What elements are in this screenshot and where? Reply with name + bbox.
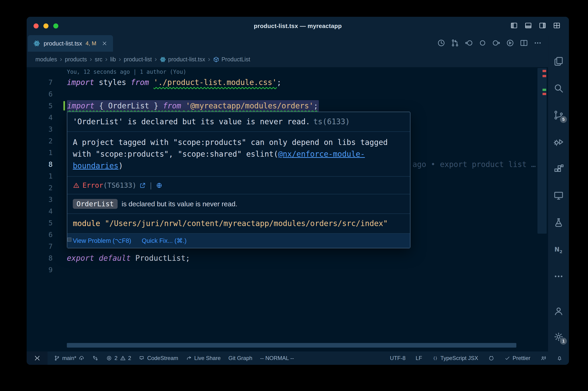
crumb-src[interactable]: src bbox=[95, 56, 102, 63]
toggle-panel[interactable] bbox=[524, 22, 532, 30]
code-line[interactable]: 7import styles from './product-list.modu… bbox=[27, 77, 548, 88]
blame-codelens[interactable]: You, 12 seconds ago | 1 author (You) bbox=[27, 67, 548, 77]
code-line[interactable]: 6 bbox=[27, 88, 548, 100]
line-number[interactable]: 8 bbox=[27, 159, 53, 170]
code-line[interactable]: 8export default ProductList; bbox=[27, 252, 548, 264]
breadcrumb-label: lib bbox=[110, 56, 116, 63]
line-number[interactable]: 5 bbox=[27, 100, 53, 112]
status-language[interactable]: {}TypeScript JSX bbox=[432, 355, 478, 361]
activity-search[interactable] bbox=[553, 83, 564, 94]
hover-footer: View Problem (⌥F8) Quick Fix... (⌘.) bbox=[67, 234, 410, 248]
quick-fix-link[interactable]: Quick Fix... (⌘.) bbox=[142, 237, 186, 244]
close-button[interactable] bbox=[34, 23, 39, 28]
toggle-secondary-sidebar[interactable] bbox=[539, 22, 546, 30]
line-number[interactable]: 9 bbox=[27, 264, 53, 276]
status-right-group: UTF-8LF{}TypeScript JSXPrettier bbox=[384, 355, 569, 361]
horizontal-scrollbar[interactable] bbox=[67, 343, 516, 348]
panel-icon bbox=[524, 22, 532, 29]
status-feedback[interactable] bbox=[540, 355, 546, 361]
code-token: import bbox=[67, 101, 94, 110]
symbol-chip-text: is declared but its value is never read. bbox=[122, 200, 238, 208]
status-git-graph[interactable]: Git Graph bbox=[229, 355, 252, 361]
status-notifications[interactable] bbox=[557, 355, 563, 361]
tab-dirty-badge: 4, M bbox=[86, 40, 96, 47]
status-branch[interactable]: main* bbox=[54, 355, 84, 361]
action-split-editor[interactable] bbox=[519, 39, 528, 48]
line-number[interactable]: 1 bbox=[27, 147, 53, 159]
activity-more-views[interactable] bbox=[553, 271, 564, 282]
status-git-compare[interactable] bbox=[92, 355, 98, 361]
activity-nx-console[interactable]: N2 bbox=[553, 244, 564, 255]
line-number[interactable]: 3 bbox=[27, 194, 53, 205]
status-prettier[interactable]: Prettier bbox=[504, 355, 530, 361]
code-token bbox=[131, 254, 135, 263]
crumb-product-list[interactable]: product-list bbox=[124, 56, 152, 63]
status-github[interactable] bbox=[488, 355, 494, 361]
status-remote-indicator[interactable] bbox=[27, 352, 48, 365]
crumb-modules[interactable]: modules bbox=[35, 56, 57, 63]
customize-layout[interactable] bbox=[553, 22, 561, 30]
line-number[interactable]: 6 bbox=[27, 88, 53, 100]
status-problems[interactable]: 22 bbox=[106, 355, 131, 361]
external-link-icon[interactable] bbox=[139, 182, 146, 189]
tab-product-list[interactable]: product-list.tsx 4, M bbox=[28, 35, 113, 52]
git-change-marker bbox=[63, 101, 65, 110]
view-problem-link[interactable]: View Problem (⌥F8) bbox=[73, 237, 131, 244]
status-bar: main*22CodeStreamLive ShareGit Graph-- N… bbox=[27, 352, 569, 365]
activity-run-debug[interactable] bbox=[553, 136, 564, 147]
line-number[interactable]: 6 bbox=[27, 229, 53, 241]
code-token: styles bbox=[94, 78, 131, 87]
status-eol[interactable]: LF bbox=[416, 355, 422, 361]
status-liveshare[interactable]: Live Share bbox=[186, 355, 221, 361]
line-number[interactable]: 5 bbox=[27, 217, 53, 229]
code-line[interactable]: 9 bbox=[27, 264, 548, 276]
action-open-changes[interactable] bbox=[478, 39, 487, 48]
breadcrumb-label: product-list.tsx bbox=[168, 56, 205, 63]
crumb-symbol[interactable]: ProductList bbox=[213, 56, 250, 63]
activity-accounts[interactable] bbox=[553, 305, 564, 317]
toggle-primary-sidebar[interactable] bbox=[510, 22, 518, 30]
line-number[interactable]: 3 bbox=[27, 123, 53, 135]
activity-testing[interactable] bbox=[553, 217, 564, 228]
action-more[interactable] bbox=[533, 39, 542, 48]
hover-popup: 'OrderList' is declared but its value is… bbox=[67, 112, 411, 248]
code-line[interactable]: 5import { OrderList } from '@myreactapp/… bbox=[27, 100, 548, 112]
crumb-file[interactable]: product-list.tsx bbox=[160, 56, 205, 63]
status-label: TypeScript JSX bbox=[440, 355, 478, 361]
minimize-button[interactable] bbox=[43, 23, 48, 28]
activity-explorer[interactable] bbox=[553, 56, 564, 67]
status-codestream[interactable]: CodeStream bbox=[139, 355, 178, 361]
status-vim-mode[interactable]: -- NORMAL -- bbox=[260, 355, 294, 361]
activity-extensions[interactable] bbox=[553, 163, 564, 174]
line-number[interactable]: 4 bbox=[27, 112, 53, 123]
crumb-products[interactable]: products bbox=[65, 56, 87, 63]
line-number[interactable]: 7 bbox=[27, 77, 53, 88]
line-number[interactable]: 4 bbox=[27, 205, 53, 217]
status-encoding[interactable]: UTF-8 bbox=[390, 355, 406, 361]
action-next-change[interactable] bbox=[492, 39, 501, 48]
desktop-background: { "window": { "title": "product-list.tsx… bbox=[0, 0, 588, 391]
activity-source-control[interactable]: 5 bbox=[553, 109, 564, 121]
line-number[interactable]: 7 bbox=[27, 241, 53, 252]
action-previous-change[interactable] bbox=[464, 39, 473, 48]
crumb-lib[interactable]: lib bbox=[110, 56, 116, 63]
line-number[interactable]: 8 bbox=[27, 252, 53, 264]
breadcrumb-separator: › bbox=[119, 56, 121, 63]
close-icon[interactable] bbox=[101, 40, 107, 46]
line-number[interactable]: 2 bbox=[27, 182, 53, 194]
line-number[interactable]: 2 bbox=[27, 135, 53, 147]
rule-text-end: ) bbox=[118, 161, 123, 170]
accounts-icon bbox=[553, 305, 564, 317]
current-line-blame: ago • export product list … bbox=[413, 159, 539, 170]
activity-remote-explorer[interactable] bbox=[553, 190, 564, 201]
action-pull-request[interactable] bbox=[451, 39, 459, 48]
action-run-file[interactable] bbox=[506, 39, 514, 48]
action-file-history[interactable] bbox=[437, 39, 446, 48]
popup-resize-handle[interactable] bbox=[67, 238, 72, 242]
svg-text:{}: {} bbox=[433, 356, 437, 360]
globe-icon[interactable] bbox=[156, 182, 163, 189]
zoom-button[interactable] bbox=[53, 23, 58, 28]
svg-text:N: N bbox=[554, 246, 560, 253]
activity-settings[interactable]: 1 bbox=[553, 331, 564, 342]
line-number[interactable]: 1 bbox=[27, 170, 53, 182]
